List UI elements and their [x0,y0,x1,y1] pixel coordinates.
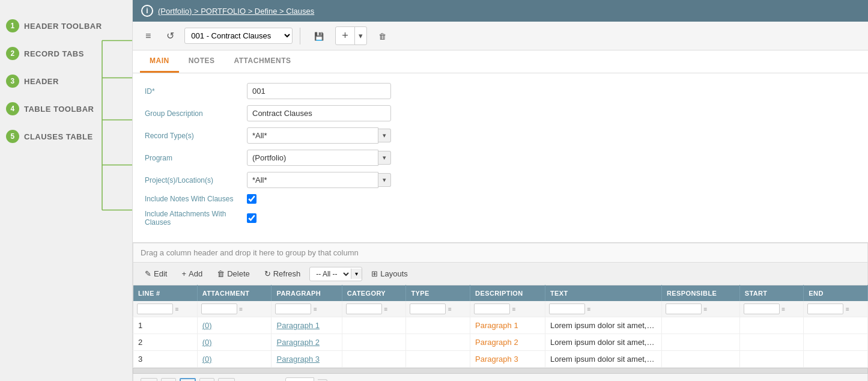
breadcrumb-portfolio-link[interactable]: (Portfolio) > PORTFOLIO > Define > Claus… [158,7,314,16]
group-desc-input[interactable] [247,105,391,121]
add-dropdown-button[interactable]: ▾ [355,29,366,43]
cell-paragraph-2[interactable]: Paragraph 2 [272,334,342,351]
undo-button[interactable]: ↺ [161,27,180,44]
cell-attachment-3[interactable]: (0) [197,351,272,368]
filter-cell-text: ≡ [545,301,661,317]
filter-icon-attachment[interactable]: ≡ [239,306,243,312]
first-page-button[interactable]: ⏮ [141,378,157,381]
all-filter-dropdown-icon[interactable]: ▾ [351,269,362,279]
record-selector[interactable]: 001 - Contract Clauses [184,28,293,44]
next-page-button[interactable]: ▶ [199,378,214,381]
form-header: ID* Group Description Record Type(s) *Al… [133,73,868,243]
include-attachments-checkbox[interactable] [247,213,256,223]
page-size-select[interactable]: 20 [285,377,314,381]
filter-input-type[interactable] [410,303,446,314]
filter-input-responsible[interactable] [666,303,702,314]
filter-icon-start[interactable]: ≡ [782,306,785,312]
layouts-icon: ⊞ [371,269,378,278]
drag-group-hint: Drag a column header and drop it here to… [133,243,868,262]
last-page-button[interactable]: ⏭ [218,378,235,381]
cell-start-1 [739,317,804,334]
filter-icon-end[interactable]: ≡ [846,306,849,312]
cell-line-3: 3 [133,351,198,368]
filter-input-text[interactable] [549,303,585,314]
cell-description-1[interactable]: Paragraph 1 [470,317,545,334]
delete-button[interactable]: 🗑 [372,28,393,44]
filter-input-start[interactable] [744,303,780,314]
list-view-button[interactable]: ≡ [140,28,156,44]
trash-small-icon: 🗑 [217,269,225,278]
form-row-include-notes: Include Notes With Clauses [145,194,856,204]
record-types-label: Record Type(s) [145,132,241,140]
cell-paragraph-3[interactable]: Paragraph 3 [272,351,342,368]
filter-input-description[interactable] [474,303,510,314]
col-header-start: START [739,285,804,302]
projects-dropdown-icon[interactable]: ▾ [378,173,391,187]
record-types-select-wrap: *All* ▾ [247,127,391,144]
tab-notes[interactable]: NOTES [179,50,225,73]
cell-attachment-1[interactable]: (0) [197,317,272,334]
data-table-wrap: LINE # ATTACHMENT PARAGRAPH CATEGORY TYP… [133,285,868,368]
sidebar-annotations: 1 HEADER TOOLBAR 2 RECORD TABS 3 HEADER … [0,0,132,381]
filter-input-attachment[interactable] [201,303,237,314]
filter-icon-responsible[interactable]: ≡ [704,306,708,312]
filter-icon-line[interactable]: ≡ [175,306,179,312]
filter-icon-category[interactable]: ≡ [384,306,387,312]
table-row: 1 (0) Paragraph 1 Paragraph 1 Lorem ipsu… [133,317,868,334]
record-types-dropdown-icon[interactable]: ▾ [378,129,391,142]
cell-paragraph-1[interactable]: Paragraph 1 [272,317,342,334]
edit-button[interactable]: ✎ Edit [139,266,172,281]
cell-start-3 [739,351,804,368]
record-types-select[interactable]: *All* [247,127,378,144]
prev-page-button[interactable]: ◀ [161,378,176,381]
delete-row-button[interactable]: 🗑 Delete [211,266,255,281]
include-notes-checkbox[interactable] [247,194,256,204]
col-header-category: CATEGORY [342,285,406,302]
col-header-line: LINE # [133,285,198,302]
save-button[interactable]: 💾 [308,26,330,45]
cell-responsible-2 [661,334,739,351]
filter-input-category[interactable] [346,303,382,314]
breadcrumb: (Portfolio) > PORTFOLIO > Define > Claus… [158,7,314,16]
filter-input-end[interactable] [807,303,843,314]
info-icon[interactable]: i [141,5,153,17]
tab-attachments[interactable]: ATTACHMENTS [225,50,301,73]
sidebar-label-record-tabs: RECORD TABS [24,49,84,58]
program-dropdown-icon[interactable]: ▾ [378,151,391,165]
form-row-record-types: Record Type(s) *All* ▾ [145,127,856,144]
filter-icon-paragraph[interactable]: ≡ [314,306,317,312]
filter-cell-category: ≡ [342,301,406,317]
projects-select[interactable]: *All* [247,172,378,188]
cell-end-3 [804,351,868,368]
table-row: 3 (0) Paragraph 3 Paragraph 3 Lorem ipsu… [133,351,868,368]
refresh-icon: ↻ [264,269,271,278]
horizontal-scrollbar[interactable] [133,368,868,374]
filter-icon-description[interactable]: ≡ [512,306,516,312]
include-notes-label: Include Notes With Clauses [145,195,241,203]
filter-cell-end: ≡ [804,301,868,317]
group-desc-label: Group Description [145,109,241,118]
filter-input-paragraph[interactable] [275,303,311,314]
cell-description-2[interactable]: Paragraph 2 [470,334,545,351]
filter-input-line[interactable] [137,303,173,314]
filter-icon-type[interactable]: ≡ [448,306,452,312]
refresh-button[interactable]: ↻ Refresh [259,266,306,281]
cell-line-2: 2 [133,334,198,351]
cell-description-3[interactable]: Paragraph 3 [470,351,545,368]
all-filter-select-wrap: -- All -- ▾ [309,267,362,281]
page-size-dropdown-icon[interactable]: ▾ [318,379,327,382]
tab-main[interactable]: MAIN [140,50,179,73]
id-input[interactable] [247,83,391,99]
filter-icon-text[interactable]: ≡ [587,306,591,312]
add-row-button[interactable]: + Add [176,266,208,281]
clauses-table-section: Drag a column header and drop it here to… [133,243,868,381]
cell-attachment-2[interactable]: (0) [197,334,272,351]
all-filter-select[interactable]: -- All -- [310,267,351,281]
current-page[interactable]: 1 [180,378,196,381]
add-split-button: + ▾ [335,26,367,45]
sidebar-item-record-tabs: 2 RECORD TABS [0,40,132,67]
layouts-button[interactable]: ⊞ Layouts [366,266,413,281]
badge-5: 5 [6,130,19,143]
add-main-button[interactable]: + [336,27,355,44]
program-select[interactable]: (Portfolio) [247,150,378,166]
